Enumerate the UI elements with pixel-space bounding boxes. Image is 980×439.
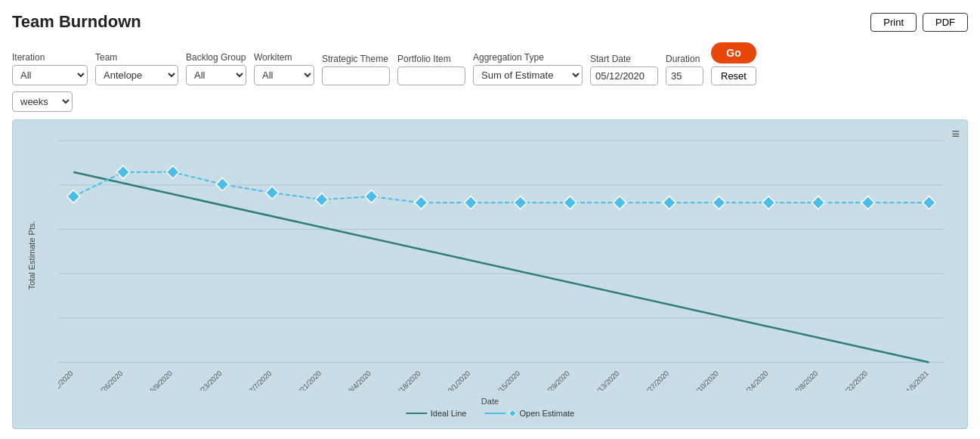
portfolio-item-label: Portfolio Item — [397, 54, 465, 64]
svg-rect-28 — [812, 196, 824, 209]
workitem-filter-group: Workitem All — [254, 52, 314, 85]
chart-legend: Date Ideal Line Open Estimate — [406, 397, 574, 418]
duration-input[interactable] — [666, 66, 703, 85]
svg-text:9/15/2020: 9/15/2020 — [493, 369, 521, 391]
duration-unit-select[interactable]: weeks days — [12, 91, 73, 112]
svg-text:1/5/2021: 1/5/2021 — [904, 369, 930, 391]
print-button[interactable]: Print — [870, 13, 917, 32]
team-select[interactable]: Antelope — [95, 65, 178, 85]
team-label: Team — [95, 52, 178, 63]
strategic-theme-label: Strategic Theme — [322, 54, 390, 64]
svg-text:10/13/2020: 10/13/2020 — [589, 369, 621, 391]
aggregation-type-select[interactable]: Sum of Estimate Count — [473, 65, 583, 85]
iteration-select[interactable]: All — [12, 65, 88, 85]
svg-rect-13 — [67, 190, 80, 203]
backlog-group-label: Backlog Group — [186, 52, 246, 63]
svg-text:12/22/2020: 12/22/2020 — [837, 369, 869, 391]
reset-button[interactable]: Reset — [711, 66, 756, 85]
svg-text:6/23/2020: 6/23/2020 — [195, 369, 224, 391]
filters-row: Iteration All Team Antelope Backlog Grou… — [12, 42, 968, 85]
svg-text:6/9/2020: 6/9/2020 — [148, 369, 174, 391]
go-button[interactable]: Go — [711, 42, 756, 63]
chart-container: ≡ Total Estimate Pts. 500 400 300 200 10… — [12, 119, 968, 429]
chart-svg: 500 400 300 200 100 0 — [58, 128, 960, 391]
svg-rect-18 — [315, 193, 328, 206]
header-buttons: Print PDF — [870, 13, 968, 32]
svg-rect-26 — [713, 196, 725, 209]
svg-text:8/4/2020: 8/4/2020 — [347, 369, 373, 391]
portfolio-item-input[interactable] — [397, 66, 465, 85]
backlog-group-select[interactable]: All — [186, 65, 246, 85]
svg-rect-23 — [564, 196, 577, 209]
svg-text:5/26/2020: 5/26/2020 — [95, 369, 124, 391]
aggregation-type-label: Aggregation Type — [473, 52, 583, 63]
svg-text:11/10/2020: 11/10/2020 — [688, 369, 720, 391]
header-row: Team Burndown Print PDF — [12, 12, 968, 32]
legend-ideal-line: Ideal Line — [406, 409, 467, 418]
svg-rect-14 — [116, 165, 129, 178]
y-axis-label: Total Estimate Pts. — [27, 221, 36, 289]
start-date-label: Start Date — [590, 54, 658, 64]
iteration-filter-group: Iteration All — [12, 52, 88, 85]
svg-rect-15 — [166, 165, 179, 178]
workitem-label: Workitem — [254, 52, 314, 63]
svg-text:12/8/2020: 12/8/2020 — [790, 369, 819, 391]
ideal-line-label: Ideal Line — [431, 409, 467, 418]
strategic-theme-input[interactable] — [322, 66, 390, 85]
svg-text:5/12/2020: 5/12/2020 — [58, 369, 75, 391]
svg-rect-22 — [514, 196, 527, 209]
svg-rect-17 — [266, 186, 279, 199]
duration-filter-group: Duration — [666, 54, 703, 85]
page-title: Team Burndown — [12, 12, 141, 32]
page: Team Burndown Print PDF Iteration All Te… — [0, 0, 980, 439]
start-date-filter-group: Start Date — [590, 54, 658, 85]
svg-rect-30 — [923, 196, 935, 209]
svg-rect-25 — [663, 196, 675, 209]
pdf-button[interactable]: PDF — [923, 13, 968, 32]
svg-text:7/21/2020: 7/21/2020 — [294, 369, 323, 391]
chart-menu-icon[interactable]: ≡ — [951, 126, 960, 142]
iteration-label: Iteration — [12, 52, 88, 63]
second-filters-row: weeks days — [12, 91, 968, 112]
svg-text:8/18/2020: 8/18/2020 — [394, 369, 422, 391]
legend-items: Ideal Line Open Estimate — [406, 409, 574, 418]
go-reset-group: Go Reset — [711, 42, 756, 85]
open-estimate-label: Open Estimate — [519, 409, 574, 418]
open-estimate-swatch — [484, 413, 505, 414]
backlog-group-filter-group: Backlog Group All — [186, 52, 246, 85]
svg-rect-24 — [614, 196, 626, 209]
legend-open-estimate: Open Estimate — [484, 409, 574, 418]
strategic-theme-filter-group: Strategic Theme — [322, 54, 390, 85]
duration-label: Duration — [666, 54, 703, 64]
svg-text:7/7/2020: 7/7/2020 — [247, 369, 273, 391]
svg-line-12 — [73, 172, 929, 363]
legend-date-label: Date — [481, 397, 499, 406]
ideal-line-swatch — [406, 413, 427, 414]
team-filter-group: Team Antelope — [95, 52, 178, 85]
svg-rect-27 — [762, 196, 775, 209]
svg-rect-29 — [861, 196, 874, 209]
start-date-input[interactable] — [590, 66, 658, 85]
portfolio-item-filter-group: Portfolio Item — [397, 54, 465, 85]
aggregation-type-filter-group: Aggregation Type Sum of Estimate Count — [473, 52, 583, 85]
svg-rect-21 — [464, 196, 477, 209]
svg-rect-20 — [415, 196, 428, 209]
svg-rect-16 — [216, 178, 229, 190]
svg-rect-19 — [365, 190, 378, 203]
svg-text:9/29/2020: 9/29/2020 — [543, 369, 571, 391]
open-estimate-diamond — [509, 409, 517, 417]
svg-text:11/24/2020: 11/24/2020 — [738, 369, 770, 391]
workitem-select[interactable]: All — [254, 65, 314, 85]
svg-text:10/27/2020: 10/27/2020 — [638, 369, 670, 391]
svg-text:9/1/2020: 9/1/2020 — [446, 369, 471, 391]
